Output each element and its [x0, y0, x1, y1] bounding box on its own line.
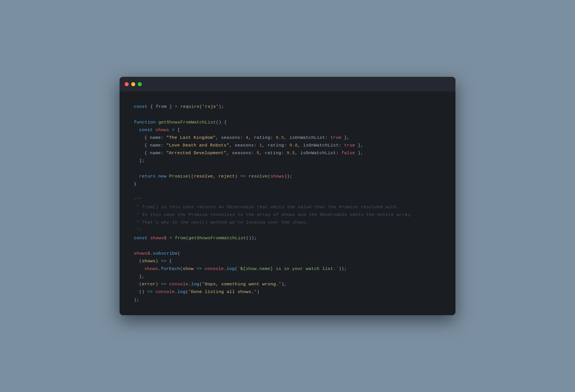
code-line-13: const shows$ = from(getShowsFromWatchLis…	[134, 234, 441, 242]
code-line-blank-2	[134, 165, 441, 172]
code-line-20: () => console.log('Done listing all show…	[134, 288, 441, 296]
titlebar	[120, 77, 455, 92]
code-line-5: { name: "The Last Kingdom", seasons: 4, …	[134, 134, 441, 142]
code-comment-3: * In this case the Promise resovlves to …	[134, 211, 441, 219]
code-line-8: ];	[134, 157, 441, 165]
maximize-button[interactable]	[138, 82, 142, 86]
code-line-blank-4	[134, 242, 441, 250]
code-line-4: const shows = [	[134, 126, 441, 134]
code-line-10: return new Promise((resolve, reject) => …	[134, 173, 441, 180]
code-line-15: shows$.subscribe(	[134, 250, 441, 257]
code-line-1: const { from } = require('rxjs');	[134, 103, 441, 111]
code-line-6: { name: "Love Death and Robots", seasons…	[134, 142, 441, 149]
code-line-18: },	[134, 273, 441, 280]
code-line-3: function getShowsFromWatchList() {	[134, 119, 441, 126]
close-button[interactable]	[125, 82, 129, 86]
code-line-17: shows.forEach(show => console.log(`${sho…	[134, 265, 441, 273]
code-editor: const { from } = require('rxjs'); functi…	[120, 92, 455, 315]
code-comment-4: * That's why in the next() method we're …	[134, 219, 441, 226]
code-comment-2: * from() in this case returns an Observa…	[134, 203, 441, 211]
editor-window: const { from } = require('rxjs'); functi…	[120, 77, 455, 315]
code-line-7: { name: "Arrested Development", seasons:…	[134, 149, 441, 157]
code-line-21: );	[134, 296, 441, 304]
code-line-blank-3	[134, 188, 441, 196]
minimize-button[interactable]	[131, 82, 135, 86]
code-line-16: (shows) => {	[134, 257, 441, 265]
code-line-11: }	[134, 180, 441, 188]
code-comment-5: */	[134, 226, 441, 234]
code-line-blank-1	[134, 111, 441, 119]
code-comment-1: /**	[134, 196, 441, 203]
code-line-19: (error) => console.log('Oops, something …	[134, 280, 441, 288]
